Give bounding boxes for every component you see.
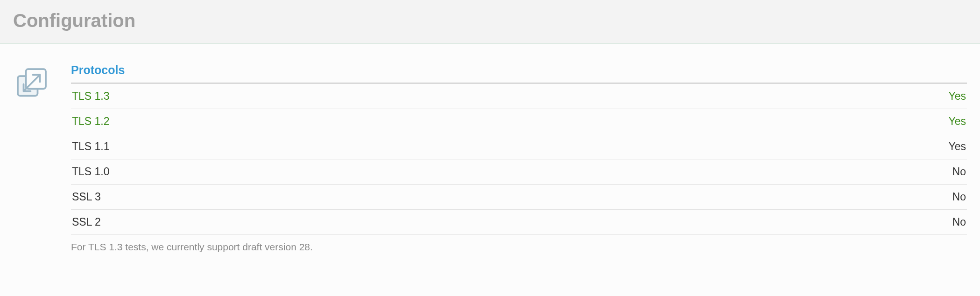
protocol-name: TLS 1.0	[72, 165, 110, 178]
protocol-row: TLS 1.2Yes	[71, 109, 967, 134]
section-title: Protocols	[71, 63, 967, 83]
protocol-value: No	[952, 191, 966, 203]
page-header: Configuration	[0, 0, 980, 44]
content-wrapper: Protocols TLS 1.3YesTLS 1.2YesTLS 1.1Yes…	[0, 44, 980, 262]
protocol-value: Yes	[948, 90, 966, 103]
protocol-name: TLS 1.3	[72, 90, 110, 103]
protocols-section: Protocols TLS 1.3YesTLS 1.2YesTLS 1.1Yes…	[71, 63, 967, 253]
protocol-row: SSL 3No	[71, 185, 967, 210]
protocol-row: TLS 1.1Yes	[71, 134, 967, 159]
protocol-row: SSL 2No	[71, 210, 967, 235]
protocol-name: TLS 1.1	[72, 140, 110, 153]
protocol-value: No	[952, 216, 966, 228]
protocol-name: TLS 1.2	[72, 115, 110, 128]
protocols-footnote: For TLS 1.3 tests, we currently support …	[71, 235, 967, 253]
protocols-list: TLS 1.3YesTLS 1.2YesTLS 1.1YesTLS 1.0NoS…	[71, 84, 967, 235]
protocol-row: TLS 1.0No	[71, 159, 967, 185]
page-title: Configuration	[13, 10, 967, 31]
protocol-value: No	[952, 165, 966, 178]
protocol-name: SSL 2	[72, 216, 101, 228]
protocol-row: TLS 1.3Yes	[71, 84, 967, 109]
expand-icon[interactable]	[13, 64, 50, 102]
protocol-name: SSL 3	[72, 191, 101, 203]
protocol-value: Yes	[948, 140, 966, 153]
protocol-value: Yes	[948, 115, 966, 128]
